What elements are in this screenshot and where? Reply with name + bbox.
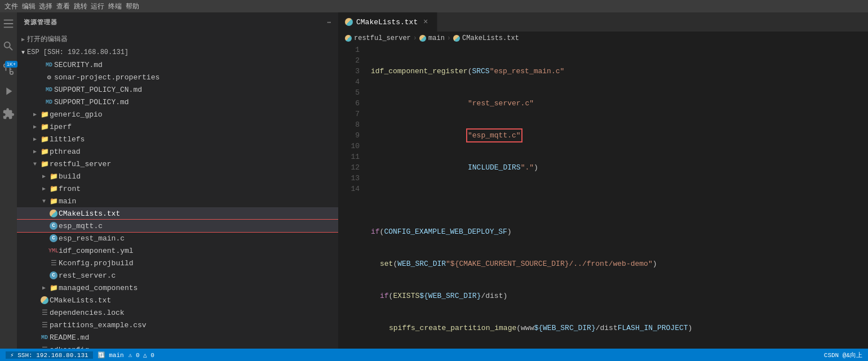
tree-item-littlefs[interactable]: ▶ 📁 littlefs (17, 133, 338, 145)
file-icon: ☰ (48, 259, 59, 268)
tab-label: CMakeLists.txt (356, 18, 418, 26)
breadcrumb-main: main (428, 34, 445, 42)
tree-item-esp-mqtt[interactable]: C esp_mqtt.c (17, 220, 338, 232)
tree-item-build[interactable]: ▶ 📁 build (17, 170, 338, 182)
tree-item-iperf[interactable]: ▶ 📁 iperf (17, 121, 338, 133)
source-control-status: 🔃 main (98, 351, 124, 359)
tree-item-restful-server[interactable]: ▼ 📁 restful_server (17, 158, 338, 170)
open-editors-section[interactable]: ▶ 打开的编辑器 (17, 32, 338, 46)
tree-label: iperf (50, 123, 72, 131)
tree-label: idf_component.yml (59, 247, 134, 255)
file-icon: ☰ (39, 309, 50, 317)
tree-item-support-cn[interactable]: MD SUPPORT_POLICY_CN.md (17, 83, 338, 96)
arrow-icon: ▼ (39, 198, 48, 204)
yml-icon: YML (48, 248, 59, 254)
tree-label: SECURITY.md (54, 61, 103, 69)
cmake-icon (39, 296, 50, 304)
sidebar: 资源管理器 ⋯ ▶ 打开的编辑器 ▼ ESP [SSH: 192.168.80.… (17, 12, 338, 349)
tree-label: littlefs (50, 135, 85, 144)
tree-item-main[interactable]: ▼ 📁 main (17, 195, 338, 207)
code-line-6: if(CONFIG_EXAMPLE_WEB_DEPLOY_SF) (371, 226, 868, 237)
tree-item-sdkconfig[interactable]: ☰ sdkconfig (17, 344, 338, 349)
c-icon: C (48, 222, 59, 230)
code-line-1: idf_component_register(SRCS "esp_rest_ma… (371, 66, 868, 77)
tree-item-esp-rest-main[interactable]: C esp_rest_main.c (17, 232, 338, 244)
tree-item-kconfig[interactable]: ☰ Kconfig.projbuild (17, 257, 338, 269)
sidebar-header-icons: ⋯ (327, 19, 331, 26)
editor-area: CMakeLists.txt × restful_server › main ›… (338, 12, 868, 349)
tree-item-partitions[interactable]: ☰ partitions_example.csv (17, 319, 338, 331)
tree-item-managed-components[interactable]: ▶ 📁 managed_components (17, 282, 338, 294)
status-left: ⚡ SSH: 192.168.80.131 🔃 main ⚠ 0 △ 0 (6, 351, 154, 359)
tree-item-idf-component-yml[interactable]: YML idf_component.yml (17, 244, 338, 257)
tree-label: esp_rest_main.c (59, 234, 125, 243)
folder-icon: 📁 (39, 135, 50, 144)
breadcrumb-cmake-icon2 (419, 35, 426, 42)
ssh-status: ⚡ SSH: 192.168.80.131 (6, 351, 93, 359)
error-status: ⚠ 0 △ 0 (129, 351, 154, 359)
arrow-icon: ▶ (30, 123, 39, 130)
arrow-icon: ▶ (39, 173, 48, 180)
tree-label: dependencies.lock (50, 309, 125, 317)
status-bar: ⚡ SSH: 192.168.80.131 🔃 main ⚠ 0 △ 0 CSD… (0, 349, 868, 361)
run-icon[interactable] (2, 84, 15, 98)
folder-icon: 📁 (48, 197, 59, 206)
code-line-7: set(WEB_SRC_DIR "${CMAKE_CURRENT_SOURCE_… (371, 259, 868, 269)
new-file-icon[interactable]: ⋯ (327, 19, 331, 26)
tree-item-readme[interactable]: MD README.md (17, 331, 338, 344)
tree-label: SUPPORT_POLICY_CN.md (54, 86, 142, 94)
tree-item-generic-gpio[interactable]: ▶ 📁 generic_gpio (17, 108, 338, 121)
tree-item-security-md[interactable]: MD SECURITY.md (17, 59, 338, 71)
tree-item-rest-server[interactable]: C rest_server.c (17, 269, 338, 282)
gear-icon: ⚙ (44, 73, 54, 82)
code-line-9: spiffs_create_partition_image(www ${WEB_… (371, 323, 868, 333)
activity-bar: 1K+ (0, 12, 17, 349)
arrow-icon: ▶ (39, 185, 48, 192)
tree-label: generic_gpio (50, 110, 103, 119)
tree-label: restful_server (50, 160, 111, 168)
search-icon[interactable] (2, 39, 15, 53)
tree-item-front[interactable]: ▶ 📁 front (17, 182, 338, 195)
tree-item-dependencies-lock[interactable]: ☰ dependencies.lock (17, 306, 338, 319)
tree-item-sonar[interactable]: ⚙ sonar-project.properties (17, 71, 338, 83)
code-line-2: "rest_server.c" (371, 98, 868, 109)
section-arrow: ▶ (21, 36, 25, 43)
c-icon: C (48, 271, 59, 279)
code-editor[interactable]: idf_component_register(SRCS "esp_rest_ma… (366, 44, 868, 349)
esp-ssh-section[interactable]: ▼ ESP [SSH: 192.168.80.131] (17, 46, 338, 59)
code-line-5 (371, 194, 868, 205)
tree-label: README.md (50, 333, 89, 342)
breadcrumb-cmake-icon3 (453, 35, 460, 42)
breadcrumb-file: CMakeLists.txt (462, 34, 519, 42)
sidebar-header: 资源管理器 ⋯ (17, 12, 338, 32)
tree-label: managed_components (59, 284, 138, 292)
sidebar-title: 资源管理器 (24, 18, 57, 26)
tree-item-support[interactable]: MD SUPPORT_POLICY.md (17, 96, 338, 108)
tab-cmakelists[interactable]: CMakeLists.txt × (338, 12, 437, 32)
folder-icon: 📁 (39, 123, 50, 131)
tab-bar: CMakeLists.txt × (338, 12, 868, 32)
md-icon: MD (44, 62, 54, 68)
extensions-icon[interactable] (2, 107, 15, 121)
tree-label: main (59, 197, 76, 206)
tree-item-cmakelists-main[interactable]: CMakeLists.txt (17, 207, 338, 220)
tree-label: build (59, 172, 81, 181)
tree-label: partitions_example.csv (50, 321, 147, 329)
tree-label: SUPPORT_POLICY.md (54, 98, 129, 106)
tree-label: CMakeLists.txt (59, 210, 120, 218)
tree-item-pthread[interactable]: ▶ 📁 pthread (17, 145, 338, 158)
tree-item-cmakelists-root[interactable]: CMakeLists.txt (17, 294, 338, 306)
line-numbers: 1 2 3 4 5 6 7 8 9 10 11 12 13 14 (338, 44, 366, 349)
folder-icon: 📁 (48, 185, 59, 193)
explorer-icon[interactable] (2, 17, 15, 30)
source-control-icon[interactable]: 1K+ (2, 62, 15, 75)
tab-close-button[interactable]: × (421, 17, 430, 26)
folder-icon: 📁 (48, 172, 59, 181)
tree-label: front (59, 185, 81, 193)
code-line-4: INCLUDE_DIRS ".") (371, 162, 868, 173)
tree-label: pthread (50, 148, 81, 156)
code-line-3: "esp_mqtt.c" (371, 130, 868, 141)
md-icon: MD (39, 335, 50, 341)
sidebar-tree: ▶ 打开的编辑器 ▼ ESP [SSH: 192.168.80.131] MD … (17, 32, 338, 349)
folder-icon: 📁 (48, 284, 59, 292)
